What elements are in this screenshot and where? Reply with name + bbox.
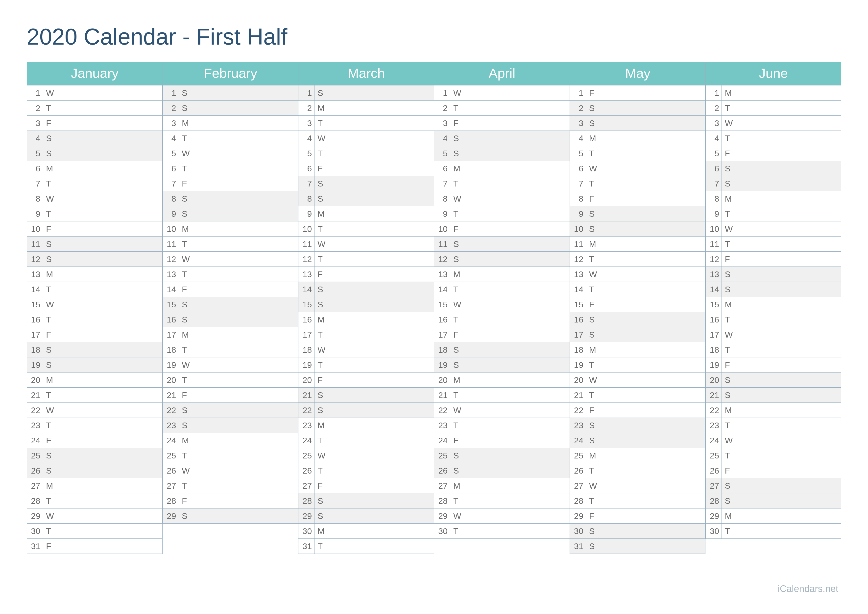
day-row: 29M (705, 508, 841, 524)
day-row: 4M (570, 131, 706, 146)
day-note-cell (602, 403, 706, 418)
day-number: 16 (434, 312, 450, 327)
day-of-week: T (722, 312, 738, 327)
day-note-cell (466, 236, 570, 252)
day-of-week: T (315, 252, 330, 267)
day-row: 23T (434, 418, 570, 433)
day-of-week: W (179, 252, 195, 267)
day-note-cell (602, 161, 706, 176)
day-row: 1S (298, 85, 434, 101)
day-of-week: M (722, 191, 738, 206)
day-of-week: T (586, 463, 602, 478)
month-days: 1W2T3F4S5S6M7T8W9T10F11S12S13M14T15W16T1… (434, 85, 570, 554)
day-row: 22S (298, 403, 434, 418)
day-row: 21T (570, 388, 706, 403)
day-note-cell (195, 312, 298, 327)
day-row: 8S (163, 191, 298, 206)
day-number: 13 (298, 267, 315, 282)
day-of-week: T (722, 342, 738, 358)
day-number: 10 (570, 221, 586, 236)
day-note-cell (195, 282, 298, 297)
day-note-cell (59, 297, 163, 312)
day-number: 6 (298, 161, 315, 176)
day-of-week: S (586, 312, 602, 327)
day-note-cell (59, 448, 163, 463)
month-column: January1W2T3F4S5S6M7T8W9T10F11S12S13M14T… (27, 62, 163, 554)
day-number: 20 (570, 373, 586, 388)
day-note-cell (59, 146, 163, 161)
day-of-week: S (43, 463, 59, 478)
day-note-cell (59, 101, 163, 116)
day-of-week: T (315, 327, 330, 342)
day-row-blank (163, 539, 298, 554)
day-note-cell (602, 252, 706, 267)
day-row: 13M (434, 267, 570, 282)
day-note-cell (738, 161, 841, 176)
day-row: 25T (163, 448, 298, 463)
day-row: 17W (705, 327, 841, 342)
day-number: 2 (298, 101, 315, 116)
day-row: 16T (434, 312, 570, 327)
day-number: 10 (434, 221, 450, 236)
day-row: 20M (27, 373, 163, 388)
day-number: 18 (705, 342, 722, 358)
day-row: 8W (434, 191, 570, 206)
day-note-cell (466, 116, 570, 131)
day-number: 27 (298, 478, 315, 493)
day-row: 21F (163, 388, 298, 403)
day-number: 11 (298, 236, 315, 252)
footer-source: iCalendars.net (778, 583, 838, 594)
day-note-cell (738, 176, 841, 191)
day-note-cell (602, 312, 706, 327)
day-number: 7 (705, 176, 722, 191)
day-note-cell (330, 312, 434, 327)
day-of-week: M (43, 373, 59, 388)
day-of-week: S (315, 388, 330, 403)
day-note-cell (466, 524, 570, 539)
day-note-cell (466, 85, 570, 101)
day-note-cell (466, 388, 570, 403)
day-of-week: M (722, 85, 738, 101)
day-number: 22 (163, 403, 179, 418)
day-number: 2 (570, 101, 586, 116)
day-number: 31 (298, 539, 315, 554)
day-row: 28T (434, 493, 570, 508)
day-number: 14 (163, 282, 179, 297)
day-row: 9M (298, 206, 434, 221)
day-note-cell (466, 206, 570, 221)
day-row: 22F (570, 403, 706, 418)
day-row: 4T (705, 131, 841, 146)
day-row: 28S (705, 493, 841, 508)
day-row: 14T (434, 282, 570, 297)
day-of-week: W (586, 478, 602, 493)
day-number: 21 (298, 388, 315, 403)
day-of-week: M (179, 116, 195, 131)
day-of-week: M (586, 448, 602, 463)
day-row: 1M (705, 85, 841, 101)
day-number: 23 (570, 418, 586, 433)
day-number: 11 (434, 236, 450, 252)
day-row: 1F (570, 85, 706, 101)
day-number: 3 (163, 116, 179, 131)
day-of-week: M (315, 524, 330, 539)
day-number: 15 (705, 297, 722, 312)
day-row: 25S (434, 448, 570, 463)
day-row: 9S (570, 206, 706, 221)
day-of-week: M (315, 418, 330, 433)
day-row: 16S (570, 312, 706, 327)
day-number: 23 (705, 418, 722, 433)
day-of-week: T (722, 524, 738, 539)
day-number: 8 (705, 191, 722, 206)
day-note-cell (466, 358, 570, 373)
day-number: 20 (27, 373, 43, 388)
day-row: 27F (298, 478, 434, 493)
day-row: 3W (705, 116, 841, 131)
day-note-cell (738, 116, 841, 131)
day-of-week: S (586, 433, 602, 448)
day-note-cell (738, 206, 841, 221)
day-row: 6F (298, 161, 434, 176)
day-row: 12T (298, 252, 434, 267)
day-row: 14S (705, 282, 841, 297)
day-row: 7F (163, 176, 298, 191)
day-row: 15M (705, 297, 841, 312)
